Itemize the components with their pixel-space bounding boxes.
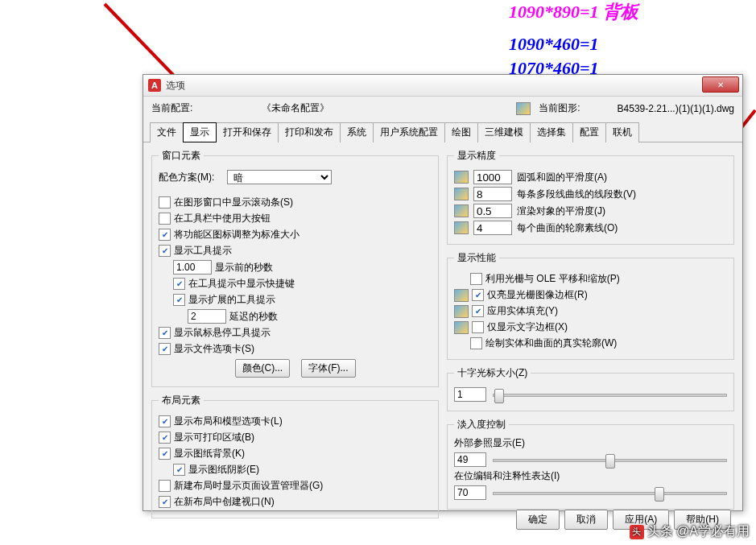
window-elements-legend: 窗口元素 — [159, 149, 204, 163]
silhouette-label: 绘制实体和曲面的真实轮廓(W) — [485, 336, 617, 350]
shortcut-label: 在工具提示中显示快捷键 — [188, 277, 295, 291]
arc-smooth-input[interactable] — [473, 170, 512, 184]
render-smooth-label: 渲染对象的平滑度(J) — [517, 204, 605, 218]
pagesetup-label: 新建布局时显示页面设置管理器(G) — [174, 479, 323, 493]
pagesetup-checkbox[interactable] — [159, 480, 171, 492]
crosshair-group: 十字光标大小(Z) — [447, 366, 734, 411]
info-bar: 当前配置: 《未命名配置》 当前图形: B4539-2.21...)(1)(1)… — [143, 97, 742, 120]
inplace-fade-input[interactable] — [454, 485, 486, 500]
layouttabs-checkbox[interactable] — [159, 415, 171, 427]
color-scheme-label: 配色方案(M): — [159, 171, 214, 184]
rollover-checkbox[interactable] — [159, 327, 171, 339]
crosshair-input[interactable] — [454, 387, 486, 402]
textframe-checkbox[interactable] — [472, 321, 484, 333]
current-profile-label: 当前配置: — [151, 101, 192, 115]
tab-bar: 文件 显示 打开和保存 打印和发布 系统 用户系统配置 绘图 三维建模 选择集 … — [143, 122, 742, 142]
color-scheme-select[interactable]: 暗 — [227, 170, 332, 184]
close-button[interactable]: ✕ — [702, 76, 739, 93]
options-dialog: A 选项 ✕ 当前配置: 《未命名配置》 当前图形: B4539-2.21...… — [143, 74, 743, 511]
paperbg-checkbox[interactable] — [159, 448, 171, 460]
background-text-1: 1090*890=1 背板 — [509, 0, 638, 24]
solidfill-checkbox[interactable] — [472, 305, 484, 317]
current-drawing-value: B4539-2.21...)(1)(1)(1).dwg — [618, 103, 734, 114]
xref-fade-label: 外部参照显示(E) — [454, 436, 727, 450]
ext-delay-label: 延迟的秒数 — [229, 310, 278, 324]
prec-icon — [454, 171, 469, 184]
printable-label: 显示可打印区域(B) — [174, 431, 254, 444]
tab-3d[interactable]: 三维建模 — [477, 122, 531, 142]
watermark-icon: 头 — [630, 525, 644, 539]
layout-elements-legend: 布局元素 — [159, 394, 204, 407]
tab-opensave[interactable]: 打开和保存 — [216, 122, 279, 142]
filetabs-checkbox[interactable] — [159, 343, 171, 355]
papershadow-checkbox[interactable] — [173, 464, 185, 476]
paperbg-label: 显示图纸背景(K) — [174, 447, 245, 460]
xref-fade-input[interactable] — [454, 452, 486, 467]
watermark-text: 头条 @A学必有用 — [647, 523, 750, 540]
tab-selection[interactable]: 选择集 — [530, 122, 573, 142]
solidfill-label: 应用实体填充(Y) — [487, 304, 558, 318]
tab-online[interactable]: 联机 — [605, 122, 639, 142]
ok-button[interactable]: 确定 — [516, 510, 560, 530]
printable-checkbox[interactable] — [159, 431, 171, 444]
tooltip-delay-input[interactable] — [173, 260, 212, 275]
panzoom-label: 利用光栅与 OLE 平移和缩放(P) — [485, 272, 620, 286]
fonts-button[interactable]: 字体(F)... — [301, 359, 355, 378]
contour-input[interactable] — [473, 221, 512, 235]
viewport-checkbox[interactable] — [159, 496, 171, 508]
pline-seg-input[interactable] — [473, 187, 512, 201]
window-elements-group: 窗口元素 配色方案(M): 暗 在图形窗口中显示滚动条(S) 在工具栏中使用大按… — [151, 149, 439, 387]
inplace-fade-slider[interactable] — [493, 485, 727, 500]
drawing-icon — [516, 102, 531, 115]
display-resolution-legend: 显示精度 — [454, 149, 499, 163]
display-performance-legend: 显示性能 — [454, 251, 499, 265]
scrollbars-checkbox[interactable] — [159, 196, 171, 209]
tooltip-delay-label: 显示前的秒数 — [215, 261, 273, 275]
viewport-label: 在新布局中创建视口(N) — [174, 495, 275, 509]
tab-content: 窗口元素 配色方案(M): 暗 在图形窗口中显示滚动条(S) 在工具栏中使用大按… — [143, 142, 742, 503]
tab-print[interactable]: 打印和发布 — [278, 122, 341, 142]
layout-elements-group: 布局元素 显示布局和模型选项卡(L) 显示可打印区域(B) 显示图纸背景(K) … — [151, 394, 439, 518]
ribbon-icons-label: 将功能区图标调整为标准大小 — [174, 228, 300, 242]
tab-display[interactable]: 显示 — [183, 122, 217, 142]
ext-tooltip-label: 显示扩展的工具提示 — [188, 293, 275, 307]
cancel-button[interactable]: 取消 — [564, 510, 608, 530]
watermark: 头 头条 @A学必有用 — [630, 523, 750, 540]
perf-icon — [454, 321, 469, 334]
fade-control-legend: 淡入度控制 — [454, 418, 509, 431]
pline-seg-label: 每条多段线曲线的线段数(V) — [517, 188, 636, 201]
titlebar[interactable]: A 选项 ✕ — [143, 75, 742, 97]
filetabs-label: 显示文件选项卡(S) — [174, 342, 254, 356]
large-buttons-label: 在工具栏中使用大按钮 — [174, 212, 271, 225]
papershadow-label: 显示图纸阴影(E) — [188, 463, 259, 477]
large-buttons-checkbox[interactable] — [159, 213, 171, 225]
crosshair-slider[interactable] — [493, 387, 727, 402]
prec-icon — [454, 221, 469, 234]
tooltips-checkbox[interactable] — [159, 245, 171, 257]
perf-icon — [454, 289, 469, 302]
colors-button[interactable]: 颜色(C)... — [235, 359, 291, 378]
layouttabs-label: 显示布局和模型选项卡(L) — [174, 415, 283, 428]
panzoom-checkbox[interactable] — [470, 273, 482, 285]
contour-label: 每个曲面的轮廓素线(O) — [517, 221, 618, 235]
tab-draft[interactable]: 绘图 — [444, 122, 478, 142]
shortcut-checkbox[interactable] — [173, 278, 185, 290]
silhouette-checkbox[interactable] — [470, 337, 482, 349]
tab-profiles[interactable]: 配置 — [572, 122, 606, 142]
arc-smooth-label: 圆弧和圆的平滑度(A) — [517, 171, 607, 184]
prec-icon — [454, 188, 469, 200]
rollover-label: 显示鼠标悬停工具提示 — [174, 326, 271, 340]
ribbon-icons-checkbox[interactable] — [159, 229, 171, 241]
display-performance-group: 显示性能 利用光栅与 OLE 平移和缩放(P) 仅亮显光栅图像边框(R) 应用实… — [447, 251, 734, 360]
tab-file[interactable]: 文件 — [150, 122, 184, 142]
render-smooth-input[interactable] — [473, 204, 512, 218]
fade-control-group: 淡入度控制 外部参照显示(E) 在位编辑和注释性表达(I) — [447, 418, 734, 510]
ext-delay-input[interactable] — [188, 309, 226, 324]
scrollbars-label: 在图形窗口中显示滚动条(S) — [174, 196, 293, 209]
ext-tooltip-checkbox[interactable] — [173, 294, 185, 306]
tab-system[interactable]: 系统 — [340, 122, 374, 142]
xref-fade-slider[interactable] — [493, 452, 727, 467]
crosshair-legend: 十字光标大小(Z) — [454, 366, 531, 380]
rasterframe-checkbox[interactable] — [472, 289, 484, 301]
tab-userpref[interactable]: 用户系统配置 — [373, 122, 445, 142]
